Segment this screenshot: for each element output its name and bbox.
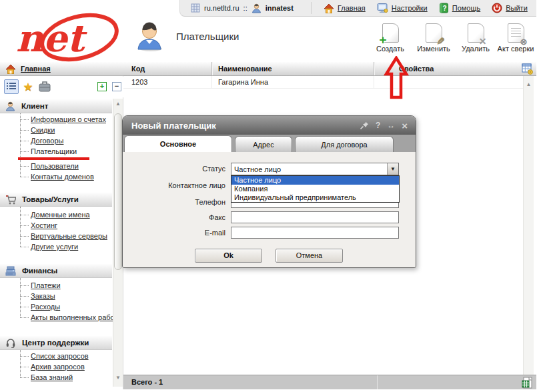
status-divider (377, 375, 378, 389)
sidebar-link[interactable]: Список запросов (0, 351, 112, 361)
sidebar-link[interactable]: Виртуальные серверы (0, 231, 112, 241)
net-logo: net (11, 9, 127, 64)
excel-export-icon[interactable] (522, 377, 532, 390)
dialog-close-icon[interactable]: × (402, 120, 408, 131)
tab-contract[interactable]: Для договора (295, 136, 394, 152)
tab-main[interactable]: Основное (124, 135, 232, 152)
scroll-up-icon[interactable]: ▲ (113, 101, 123, 107)
status-label: Статус (123, 165, 225, 173)
scroll-up-icon[interactable]: ▲ (524, 81, 534, 87)
pin-icon[interactable] (360, 121, 369, 130)
sidebar-link[interactable]: Контакты доменов (0, 171, 112, 182)
nav-home-label[interactable]: Главная (338, 4, 366, 12)
reconciliation-act-button[interactable]: ⊗ Акт сверки (494, 23, 538, 53)
sidebar-link[interactable]: База знаний (0, 372, 112, 383)
fax-field[interactable] (231, 211, 399, 223)
nav-settings[interactable]: Настройки (377, 3, 428, 13)
tab-address[interactable]: Адрес (235, 136, 292, 152)
nav-logout[interactable]: Выйти (492, 3, 528, 13)
dialog-resize-icon[interactable]: ↔ (387, 121, 395, 130)
table-settings-icon[interactable] (522, 63, 533, 76)
sidebar-link[interactable]: Заказы (0, 291, 112, 301)
pencil-badge-icon: ✎ (436, 37, 446, 45)
column-name[interactable]: Наименование (218, 65, 272, 73)
favorites-star-icon[interactable]: ★ (21, 79, 35, 94)
ok-button[interactable]: Ok (195, 249, 262, 263)
cell-name: Гагарина Инна (218, 78, 268, 86)
list-view-icon[interactable] (4, 79, 19, 94)
circle-x-badge-icon: ⊗ (520, 37, 528, 46)
phone-label: Телефон (123, 198, 225, 206)
sidebar-link[interactable]: Другие услуги (0, 241, 112, 252)
option-company[interactable]: Компания (231, 185, 399, 193)
column-divider (211, 62, 212, 75)
nav-logout-label[interactable]: Выйти (506, 4, 528, 12)
sidebar-link[interactable]: Акты выполненных работ (0, 312, 112, 323)
column-code[interactable]: Код (131, 65, 145, 73)
sidebar-link[interactable]: Расходы (0, 301, 112, 312)
email-field[interactable] (231, 227, 399, 239)
scroll-down-icon[interactable]: ▼ (113, 375, 123, 381)
home-icon (324, 3, 334, 13)
status-select-value: Частное лицо (231, 165, 281, 173)
expand-all-button[interactable]: + (97, 82, 107, 91)
collapse-all-button[interactable]: − (112, 82, 121, 91)
status-dropdown-list: Частное лицо Компания Индивидуальный пре… (231, 175, 400, 203)
edit-button[interactable]: ✎ Изменить (412, 23, 455, 53)
option-entrepreneur[interactable]: Индивидуальный предприниматель (231, 193, 399, 202)
sidebar-link[interactable]: Скидки (0, 125, 112, 135)
sidebar-scrollbar[interactable]: ▲ ▼ (113, 99, 123, 387)
section-header-support[interactable]: Центр поддержки (0, 335, 112, 350)
table-row[interactable]: 1203 Гагарина Инна (123, 76, 523, 89)
scrollbar-thumb[interactable] (114, 113, 122, 270)
sidebar-home-label[interactable]: Главная (21, 65, 51, 73)
sidebar-link[interactable]: Информация о счетах (0, 114, 112, 125)
dialog-title: Новый плательщик (131, 121, 216, 131)
reconciliation-act-label[interactable]: Акт сверки (498, 45, 534, 53)
section-title[interactable]: Центр поддержки (22, 339, 89, 347)
nav-help-label[interactable]: Помощь (452, 4, 481, 12)
cancel-button[interactable]: Отмена (276, 249, 343, 263)
briefcase-icon[interactable] (37, 79, 52, 94)
site-name: ru.netltd.ru (204, 4, 239, 12)
dropdown-button[interactable]: ▼ (387, 163, 398, 175)
nav-help[interactable]: ? Помощь (439, 3, 481, 13)
section-items: Информация о счетах Скидки Договоры Плат… (0, 113, 112, 182)
section-title[interactable]: Товары/Услуги (22, 195, 79, 203)
doc-lines (511, 28, 521, 37)
dialog-help-icon[interactable]: ? (376, 121, 380, 130)
sidebar-link[interactable]: Доменные имена (0, 209, 112, 220)
sidebar-link[interactable]: Платежи (0, 280, 112, 291)
section-header-client[interactable]: Клиент (0, 99, 112, 113)
section-header-finance[interactable]: Финансы (0, 263, 112, 278)
sidebar-link[interactable]: Договоры (0, 135, 112, 146)
edit-label[interactable]: Изменить (417, 45, 450, 53)
sidebar-link[interactable]: Хостинг (0, 220, 112, 231)
section-header-products[interactable]: Товары/Услуги (0, 192, 112, 207)
sidebar-link-payers-active[interactable]: Плательщики (0, 146, 112, 157)
site-separator: :: (243, 4, 247, 12)
logo-text: net (16, 16, 87, 60)
status-select[interactable]: Частное лицо ▼ (231, 163, 399, 175)
dialog-titlebar[interactable]: Новый плательщик ? ↔ × (123, 116, 416, 135)
sidebar-toolbar: ★ + − (0, 77, 123, 97)
delete-button[interactable]: ✕ Удалить (454, 23, 497, 53)
dialog-controls: ? ↔ × (360, 120, 416, 131)
chevron-down-icon: ▼ (390, 166, 396, 172)
sidebar-link[interactable]: Архив запросов (0, 361, 112, 372)
section-title[interactable]: Финансы (22, 267, 57, 275)
power-icon (492, 3, 502, 13)
table-header: Код Наименование Свойства (123, 62, 536, 76)
nav-settings-label[interactable]: Настройки (392, 4, 428, 12)
nav-home[interactable]: Главная (324, 3, 366, 13)
section-title[interactable]: Клиент (21, 102, 48, 110)
edit-icon: ✎ (426, 23, 442, 43)
sidebar-link[interactable]: Пользователи (0, 161, 112, 171)
red-arrow-annotation (384, 56, 409, 101)
create-button[interactable]: + Создать (369, 23, 412, 53)
sidebar-home[interactable]: Главная (0, 62, 123, 76)
section-items: Доменные имена Хостинг Виртуальные серве… (0, 207, 112, 252)
delete-icon: ✕ (468, 23, 484, 43)
option-private-person[interactable]: Частное лицо (231, 176, 399, 185)
main-scrollbar[interactable]: ▲ (523, 76, 534, 375)
